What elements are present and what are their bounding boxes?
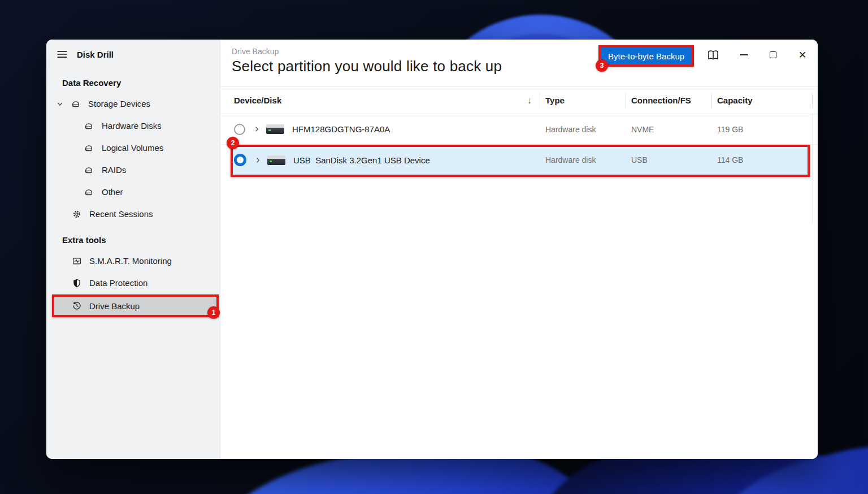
capacity-cell: 119 GB [711, 125, 818, 134]
sidebar-item-label: Recent Sessions [89, 209, 153, 219]
book-icon [706, 49, 720, 62]
app-title: Disk Drill [77, 50, 114, 59]
header-divider [626, 93, 626, 108]
column-header-capacity[interactable]: Capacity [711, 96, 818, 105]
sidebar-item-label: Data Protection [89, 278, 147, 288]
sidebar-item-label: RAIDs [102, 165, 126, 175]
sidebar-item-label: Hardware Disks [102, 121, 162, 131]
storage-drive-icon [71, 99, 81, 109]
device-name: HFM128GDGTNG-87A0A [292, 124, 390, 134]
device-cell: USB SanDisk 3.2Gen1 USB Device [220, 154, 540, 166]
byte-to-byte-backup-button[interactable]: Byte-to-byte Backup [601, 47, 692, 64]
history-clock-icon [72, 301, 82, 311]
type-cell: Hardware disk [540, 155, 626, 164]
sidebar-item-label: Drive Backup [89, 301, 140, 311]
column-header-type[interactable]: Type [540, 96, 626, 105]
sidebar: Disk Drill Data Recovery Storage Devices… [46, 40, 220, 459]
header-divider [812, 93, 813, 108]
column-header-connection-fs[interactable]: Connection/FS [626, 96, 711, 105]
hamburger-icon [56, 48, 68, 60]
sidebar-item-hardware-disks[interactable]: Hardware Disks [46, 115, 220, 137]
sidebar-item-other[interactable]: Other [46, 181, 220, 203]
sidebar-item-smart-monitoring[interactable]: S.M.A.R.T. Monitoring [46, 250, 220, 272]
chevron-right-icon[interactable] [253, 125, 261, 133]
device-name: USB SanDisk 3.2Gen1 USB Device [293, 155, 430, 165]
maximize-button[interactable] [765, 46, 782, 63]
storage-drive-icon [84, 187, 94, 197]
shield-icon [72, 278, 82, 288]
storage-drive-icon [84, 121, 94, 131]
sidebar-item-recent-sessions[interactable]: Recent Sessions [46, 203, 220, 225]
chevron-right-icon[interactable] [254, 156, 262, 164]
header-divider [711, 93, 712, 108]
table-header-row: Device/Disk ↓ Type Connection/FS Capacit… [220, 87, 818, 114]
column-header-device-disk[interactable]: Device/Disk ↓ [220, 96, 540, 106]
device-cell: HFM128GDGTNG-87A0A [220, 124, 540, 135]
partition-table: Device/Disk ↓ Type Connection/FS Capacit… [220, 87, 818, 175]
minimize-icon [740, 54, 748, 55]
radio-unselected[interactable] [234, 124, 245, 135]
hard-drive-image-icon [266, 124, 284, 134]
hamburger-menu-button[interactable] [54, 46, 71, 63]
minimize-button[interactable] [735, 46, 752, 63]
section-data-recovery: Data Recovery [46, 72, 220, 93]
annotation-box-step3: Byte-to-byte Backup 3 [598, 45, 694, 67]
sidebar-item-drive-backup[interactable]: Drive Backup [54, 297, 216, 315]
annotation-step-badge-3: 3 [596, 59, 608, 72]
sidebar-item-logical-volumes[interactable]: Logical Volumes [46, 137, 220, 159]
page-title: Select partition you would like to back … [232, 58, 818, 75]
annotation-step-badge-1: 1 [207, 306, 220, 319]
sidebar-item-raids[interactable]: RAIDs [46, 159, 220, 181]
gear-icon [72, 209, 82, 219]
disk-drill-window: Disk Drill Data Recovery Storage Devices… [46, 40, 818, 459]
close-button[interactable]: ✕ [794, 46, 811, 63]
sidebar-header: Disk Drill [46, 40, 220, 69]
radio-selected[interactable] [234, 154, 246, 166]
annotation-step-badge-2: 2 [227, 137, 239, 149]
sidebar-item-label: Logical Volumes [102, 143, 163, 153]
type-cell: Hardware disk [540, 125, 626, 134]
sidebar-item-label: Storage Devices [88, 99, 150, 109]
breadcrumb: Drive Backup [232, 47, 818, 56]
connection-cell: USB [626, 155, 711, 164]
capacity-cell: 114 GB [711, 155, 818, 164]
smart-monitoring-icon [72, 256, 82, 266]
sidebar-item-data-protection[interactable]: Data Protection [46, 272, 220, 294]
table-row-hfm128[interactable]: HFM128GDGTNG-87A0A Hardware disk NVME 11… [220, 114, 818, 145]
sidebar-item-label: Other [102, 187, 123, 197]
sidebar-item-storage-devices[interactable]: Storage Devices [46, 93, 220, 115]
chevron-down-icon[interactable] [55, 99, 64, 109]
close-icon: ✕ [798, 49, 806, 61]
header-divider [540, 93, 540, 108]
sidebar-item-label: S.M.A.R.T. Monitoring [89, 256, 172, 266]
storage-drive-icon [84, 165, 94, 175]
connection-cell: NVME [626, 125, 711, 134]
help-book-button[interactable] [705, 47, 722, 64]
maximize-icon [770, 51, 776, 58]
sort-descending-icon[interactable]: ↓ [527, 96, 532, 106]
annotation-box-step1: Drive Backup [52, 294, 219, 317]
table-row-sandisk-usb[interactable]: USB SanDisk 3.2Gen1 USB Device Hardware … [220, 145, 818, 175]
main-panel: Drive Backup Select partition you would … [220, 40, 818, 459]
storage-drive-icon [84, 143, 94, 153]
section-extra-tools: Extra tools [46, 229, 220, 250]
main-header: Drive Backup Select partition you would … [220, 40, 818, 87]
hard-drive-image-icon [267, 155, 285, 165]
